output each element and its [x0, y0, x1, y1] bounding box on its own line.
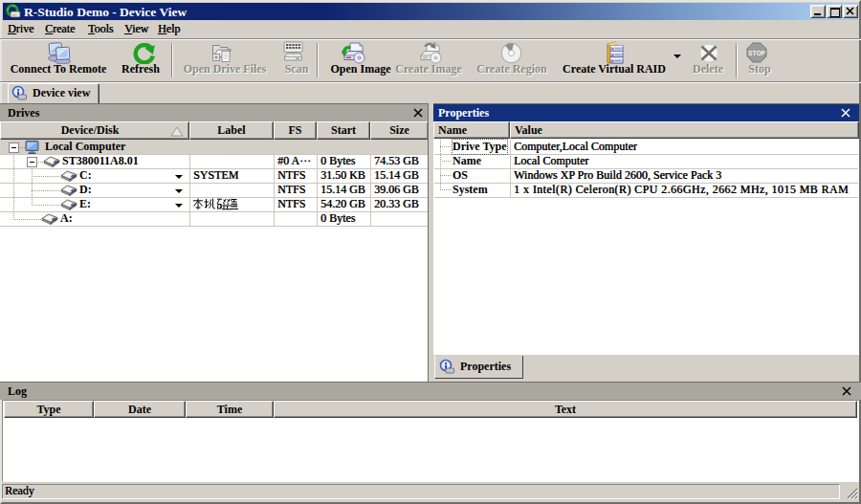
svg-text:STOP: STOP: [748, 50, 765, 56]
